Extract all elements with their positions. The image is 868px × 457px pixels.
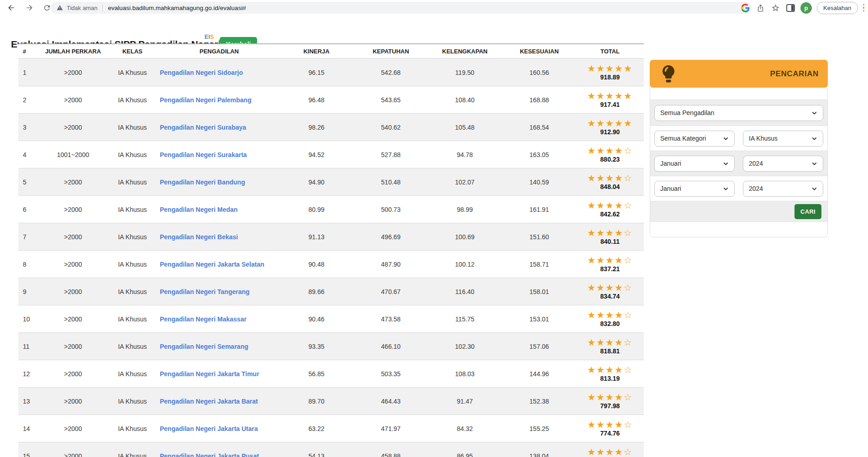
search-panel-title: PENCARIAN (770, 69, 819, 79)
cell-kinerja: 89.70 (279, 388, 354, 415)
cell-kelengkapan: 115.75 (427, 305, 502, 333)
chevron-down-icon (811, 110, 817, 116)
court-link[interactable]: Pengadilan Negeri Jakarta Barat (160, 398, 258, 405)
chevron-down-icon (811, 186, 817, 192)
star-rating: ★★★★☆ (576, 338, 644, 347)
cell-kelengkapan: 100.12 (427, 251, 502, 278)
cell-kinerja: 89.66 (279, 278, 354, 305)
cell-no: 12 (18, 360, 41, 388)
table-row: 15>2000IA KhususPengadilan Negeri Jakart… (18, 442, 644, 457)
cari-button[interactable]: CARI (794, 204, 821, 219)
cell-kinerja: 80.99 (279, 196, 354, 223)
chevron-down-icon (723, 186, 729, 192)
cell-pengadilan: Pengadilan Negeri Surakarta (160, 141, 279, 168)
total-value: 912.90 (576, 128, 644, 136)
star-rating: ★★★★☆ (576, 447, 644, 457)
url-text: evaluasi.badilum.mahkamahagung.go.id/eva… (108, 5, 246, 11)
court-link[interactable]: Pengadilan Negeri Jakarta Pusat (160, 452, 259, 457)
cell-total: ★★★★★912.90 (576, 114, 644, 141)
address-bar[interactable]: Tidak aman evaluasi.badilum.mahkamahagun… (50, 2, 752, 14)
court-link[interactable]: Pengadilan Negeri Bekasi (160, 233, 238, 241)
google-icon[interactable] (740, 3, 750, 13)
cell-pengadilan: Pengadilan Negeri Tangerang (160, 278, 279, 305)
cell-kesesuaian: 168.54 (502, 114, 576, 141)
cell-kinerja: 98.26 (279, 114, 354, 141)
cell-kelas: IA Khusus (105, 305, 160, 333)
court-link[interactable]: Pengadilan Negeri Jakarta Selatan (160, 261, 264, 268)
court-link[interactable]: Pengadilan Negeri Jakarta Timur (160, 370, 259, 378)
month-to-select[interactable]: Januari (654, 181, 735, 197)
table-row: 13>2000IA KhususPengadilan Negeri Jakart… (18, 388, 644, 415)
court-link[interactable]: Pengadilan Negeri Tangerang (160, 288, 250, 295)
star-rating: ★★★★☆ (576, 146, 644, 155)
column-header--: # (18, 44, 41, 58)
cell-kesesuaian: 151.60 (502, 223, 576, 251)
cell-kepatuhan: 510.48 (354, 168, 427, 196)
back-icon[interactable] (6, 3, 16, 13)
bookmark-star-icon[interactable] (770, 3, 780, 13)
cell-kelas: IA Khusus (105, 168, 160, 196)
cell-kinerja: 56.85 (279, 360, 354, 388)
column-header-kinerja: KINERJA (279, 44, 354, 58)
star-rating: ★★★★☆ (576, 310, 644, 320)
omnibox-divider (102, 5, 103, 11)
forward-icon[interactable] (24, 3, 34, 13)
cell-kelas: IA Khusus (105, 223, 160, 251)
total-value: 774.76 (576, 430, 644, 437)
class-select[interactable]: IA Khusus (743, 131, 823, 147)
category-select[interactable]: Semua Kategori (654, 131, 735, 147)
side-panel-icon[interactable] (785, 3, 795, 13)
cell-kesesuaian: 140.59 (502, 168, 576, 196)
table-row: 12>2000IA KhususPengadilan Negeri Jakart… (18, 360, 644, 388)
court-select[interactable]: Semua Pengadilan (654, 105, 823, 121)
court-link[interactable]: Pengadilan Negeri Jakarta Utara (160, 425, 258, 432)
cell-kesesuaian: 153.01 (502, 305, 576, 333)
cell-total: ★★★★☆738.00 (576, 442, 644, 457)
cell-kelengkapan: 102.30 (427, 333, 502, 360)
lightbulb-icon (661, 64, 676, 84)
court-link[interactable]: Pengadilan Negeri Bandung (160, 179, 245, 186)
court-link[interactable]: Pengadilan Negeri Surabaya (160, 124, 246, 131)
cell-kepatuhan: 470.67 (354, 278, 427, 305)
cell-kepatuhan: 466.10 (354, 333, 427, 360)
profile-avatar[interactable]: p (800, 2, 812, 14)
court-link[interactable]: Pengadilan Negeri Sidoarjo (160, 69, 243, 76)
cell-total: ★★★★☆837.21 (576, 251, 644, 278)
cell-pengadilan: Pengadilan Negeri Semarang (160, 333, 279, 360)
court-link[interactable]: Pengadilan Negeri Semarang (160, 343, 248, 350)
share-icon[interactable] (755, 3, 765, 13)
court-link[interactable]: Pengadilan Negeri Surakarta (160, 151, 247, 158)
year-to-select[interactable]: 2024 (743, 181, 823, 197)
cell-jumlah_perkara: >2000 (41, 305, 105, 333)
cell-kelas: IA Khusus (105, 442, 160, 457)
cell-kelas: IA Khusus (105, 251, 160, 278)
cell-jumlah_perkara: >2000 (41, 278, 105, 305)
cell-kepatuhan: 464.43 (354, 388, 427, 415)
results-table: #JUMLAH PERKARAKELASPENGADILANKINERJAKEP… (18, 43, 639, 457)
cell-kelengkapan: 84.32 (427, 415, 502, 442)
cell-no: 1 (18, 58, 41, 86)
menu-dots-icon[interactable] (863, 4, 866, 12)
cell-total: ★★★★☆813.19 (576, 360, 644, 388)
star-rating: ★★★★☆ (576, 256, 644, 265)
cell-no: 3 (18, 114, 41, 141)
table-row: 9>2000IA KhususPengadilan Negeri Tangera… (18, 278, 644, 305)
star-rating: ★★★★☆ (576, 365, 644, 374)
cell-kelengkapan: 102.07 (427, 168, 502, 196)
cell-kelengkapan: 105.48 (427, 114, 502, 141)
court-link[interactable]: Pengadilan Negeri Makassar (160, 315, 247, 323)
cell-pengadilan: Pengadilan Negeri Bekasi (160, 223, 279, 251)
table-row: 10>2000IA KhususPengadilan Negeri Makass… (18, 305, 644, 333)
error-chip[interactable]: Kesalahan (817, 2, 857, 14)
year-from-select[interactable]: 2024 (743, 156, 823, 172)
cell-no: 2 (18, 86, 41, 114)
court-link[interactable]: Pengadilan Negeri Palembang (160, 96, 252, 104)
page-header: Evaluasi Implementasi SIPP Pengadilan Ne… (0, 16, 868, 43)
table-row: 5>2000IA KhususPengadilan Negeri Bandung… (18, 168, 644, 196)
cell-kelengkapan: 91.47 (427, 388, 502, 415)
month-from-select[interactable]: Januari (654, 156, 735, 172)
cell-kelas: IA Khusus (105, 333, 160, 360)
cell-kelas: IA Khusus (105, 196, 160, 223)
court-link[interactable]: Pengadilan Negeri Medan (160, 206, 237, 213)
star-rating: ★★★★★ (576, 91, 644, 100)
